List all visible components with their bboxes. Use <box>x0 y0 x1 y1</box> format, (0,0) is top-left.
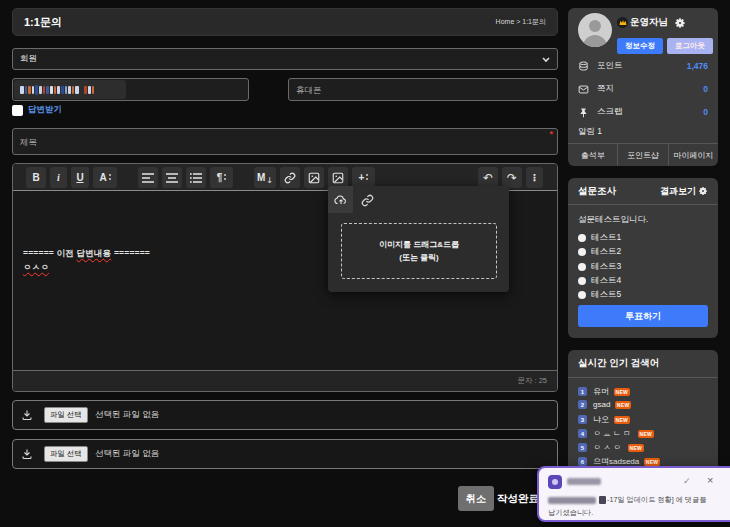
undo-button[interactable]: ↶ <box>478 167 498 188</box>
survey-panel: 설문조사 결과보기 설문테스트입니다. 테스트1 테스트2 테스트3 테스트4 … <box>568 178 718 338</box>
image-upload-popup: 이미지를 드래그&드롭 (또는 클릭) <box>328 186 509 292</box>
page-title: 1:1문의 <box>24 15 62 30</box>
keyword: ㅇㅅㅇ <box>593 442 623 453</box>
vote-button[interactable]: 투표하기 <box>578 305 708 327</box>
settings-gear-icon[interactable] <box>674 15 686 33</box>
image-button[interactable] <box>304 167 324 188</box>
gallery-button[interactable] <box>328 167 348 188</box>
more-options-button[interactable]: ⋮ <box>526 167 543 188</box>
paragraph-glyph: ¶ <box>217 172 223 183</box>
member-type-select[interactable]: 회원 <box>12 48 558 70</box>
survey-option[interactable]: 테스트3 <box>578 261 621 273</box>
new-badge: NEW <box>615 401 631 409</box>
survey-results-link[interactable]: 결과보기 <box>660 185 696 198</box>
search-title: 실시간 인기 검색어 <box>578 357 659 370</box>
redo-icon: ↷ <box>507 171 517 185</box>
new-badge: NEW <box>614 388 630 396</box>
check-icon[interactable]: ✓ <box>683 476 691 486</box>
toast-line2: 남기셨습니다. <box>548 508 593 517</box>
dropzone-subtext: (또는 클릭) <box>399 252 439 263</box>
envelope-icon <box>578 84 589 95</box>
plus-glyph: + <box>359 172 365 183</box>
file-select-button[interactable]: 파일 선택 <box>44 446 88 462</box>
title-input[interactable] <box>12 128 558 155</box>
site-logo <box>548 475 562 489</box>
insert-plus-button[interactable]: + <box>352 167 375 188</box>
bold-button[interactable]: B <box>26 167 46 188</box>
stat-row-point[interactable]: 포인트 1,476 <box>578 58 708 74</box>
survey-option[interactable]: 테스트4 <box>578 275 621 287</box>
stat-row-scrap[interactable]: 스크랩 0 <box>578 104 708 120</box>
survey-option[interactable]: 테스트5 <box>578 289 621 301</box>
redo-button[interactable]: ↷ <box>502 167 522 188</box>
stat-label: 포인트 <box>597 60 623 72</box>
paragraph-button[interactable]: ¶ <box>210 167 233 188</box>
member-id-field[interactable] <box>12 78 249 101</box>
gallery-icon <box>332 172 344 184</box>
survey-option[interactable]: 테스트1 <box>578 232 621 244</box>
rank-badge: 3 <box>578 415 587 424</box>
align-left-icon <box>142 173 154 183</box>
option-label: 테스트5 <box>591 289 621 301</box>
edit-info-button[interactable]: 정보수정 <box>617 38 663 54</box>
keyword: ㅇㅛㄴㅁ <box>593 428 633 439</box>
italic-button[interactable]: i <box>50 167 67 188</box>
keyword: 유머 <box>593 386 609 397</box>
phone-input[interactable] <box>288 78 558 101</box>
cancel-button[interactable]: 취소 <box>458 486 494 511</box>
rank-badge: 4 <box>578 429 587 438</box>
option-label: 테스트1 <box>591 232 621 244</box>
search-item[interactable]: 3냐오NEW <box>578 414 630 425</box>
search-item[interactable]: 2gsadNEW <box>578 400 631 409</box>
reply-checkbox-label[interactable]: 답변받기 <box>28 104 62 116</box>
submit-button[interactable]: 작성완료 <box>497 492 539 506</box>
more-text-glyph: M <box>257 172 265 183</box>
new-badge: NEW <box>638 430 654 438</box>
search-header: 실시간 인기 검색어 <box>568 350 718 378</box>
new-badge: NEW <box>614 416 630 424</box>
radio-icon <box>578 291 586 299</box>
down-arrow-glyph: ↓ <box>266 176 273 185</box>
my-page-link[interactable]: 마이페이지 <box>668 144 718 166</box>
stat-label: 스크랩 <box>597 106 623 118</box>
logout-button[interactable]: 로그아웃 <box>667 38 713 54</box>
align-left-button[interactable] <box>138 167 158 188</box>
search-item[interactable]: 4ㅇㅛㄴㅁNEW <box>578 428 654 439</box>
align-center-button[interactable] <box>162 167 182 188</box>
more-text-button[interactable]: M↓ <box>254 167 276 188</box>
close-icon[interactable]: × <box>707 474 713 486</box>
site-name-masked <box>567 478 601 485</box>
profile-footer: 출석부 포인트샵 마이페이지 <box>568 143 718 166</box>
list-button[interactable] <box>186 167 206 188</box>
masked-text <box>548 497 596 504</box>
title-field-wrap: * <box>12 128 558 155</box>
underline-button[interactable]: U <box>71 167 89 188</box>
font-style-button[interactable]: A <box>93 167 117 188</box>
survey-gear-icon[interactable] <box>698 186 708 196</box>
upload-tab[interactable] <box>328 186 353 213</box>
undo-icon: ↶ <box>483 171 493 185</box>
search-item[interactable]: 1유머NEW <box>578 386 630 397</box>
option-label: 테스트4 <box>591 275 621 287</box>
user-name: 운영자님 <box>617 16 668 29</box>
link-button[interactable] <box>280 167 300 188</box>
stat-row-note[interactable]: 쪽지 0 <box>578 81 708 97</box>
attendance-link[interactable]: 출석부 <box>568 144 617 166</box>
survey-option[interactable]: 테스트2 <box>578 246 621 258</box>
rank-badge: 5 <box>578 443 587 452</box>
link-tab[interactable] <box>361 193 374 211</box>
bold-glyph: B <box>32 172 39 183</box>
rank-badge: 6 <box>578 457 587 466</box>
radio-icon <box>578 263 586 271</box>
reply-checkbox[interactable] <box>12 105 23 116</box>
file-select-button[interactable]: 파일 선택 <box>44 407 88 423</box>
breadcrumb[interactable]: Home > 1:1문의 <box>496 17 546 27</box>
avatar[interactable] <box>578 13 612 47</box>
rank-badge: 1 <box>578 387 587 396</box>
file-status: 선택된 파일 없음 <box>95 409 159 421</box>
font-glyph: A <box>99 172 106 183</box>
point-shop-link[interactable]: 포인트샵 <box>617 144 667 166</box>
image-dropzone[interactable]: 이미지를 드래그&드롭 (또는 클릭) <box>341 223 497 279</box>
alarm-label[interactable]: 알림 1 <box>578 126 602 138</box>
search-item[interactable]: 5ㅇㅅㅇNEW <box>578 442 644 453</box>
